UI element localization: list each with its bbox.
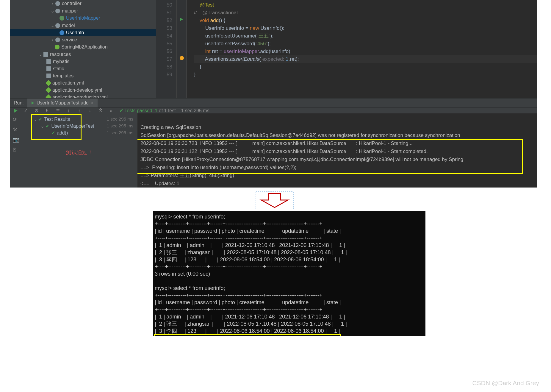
highlighted-row: | 5 | 王五 | 456 | | 2022-08-06 19:26:31 |… — [155, 335, 340, 336]
tree-appyml[interactable]: application.yml — [52, 80, 84, 86]
console-output[interactable]: Creating a new SqlSession SqlSession [or… — [137, 113, 537, 188]
down-icon[interactable]: ↓ — [87, 108, 93, 113]
refresh-icon[interactable]: ⟳ — [13, 116, 19, 122]
project-tree[interactable]: ›controller ⌄mapper UserInfoMapper ⌄mode… — [10, 0, 156, 98]
gutter-icons — [177, 0, 187, 98]
tree-appprod[interactable]: application-production.yml — [52, 95, 108, 98]
run-toolbar: ✓ ⊘ ₤ ≣ ↕ ↑ ↓ ⏱ » ✔ Tests passed: 1 of 1… — [10, 107, 537, 113]
tree-userinfomapper[interactable]: UserInfoMapper — [66, 15, 100, 21]
cam-icon[interactable]: 📷 — [13, 137, 19, 143]
tree-icon[interactable]: ≣ — [55, 108, 60, 113]
run-tab[interactable]: UserInfoMapperTest.add× — [27, 99, 98, 107]
tree-resources[interactable]: resources — [50, 52, 71, 57]
more-icon[interactable]: » — [109, 108, 114, 113]
up-icon[interactable]: ↑ — [76, 108, 82, 113]
exit-icon[interactable]: ⎘ — [13, 147, 19, 153]
line-gutter: 50515253545556575859 — [156, 0, 177, 98]
tree-mapper[interactable]: mapper — [62, 8, 78, 14]
play-icon — [32, 101, 34, 104]
close-icon[interactable]: × — [91, 101, 93, 105]
bulb-icon[interactable] — [180, 56, 184, 60]
rerun-icon[interactable] — [14, 109, 18, 113]
code-body[interactable]: @Test // @Transactional void add() { Use… — [187, 0, 537, 98]
code-editor[interactable]: 50515253545556575859 @Test // @Transacti… — [156, 0, 537, 98]
test-results-tree[interactable]: ⌄ ✔Test Results1 sec 295 ms ⌄ ✔UserInfoM… — [21, 113, 137, 188]
ide-window: ›controller ⌄mapper UserInfoMapper ⌄mode… — [10, 0, 537, 188]
run-leftbar: ⟳ ⚒ 📷 ⎘ — [10, 113, 21, 188]
run-panel: Run: UserInfoMapperTest.add× ✓ ⊘ ₤ ≣ ↕ ↑… — [10, 98, 537, 188]
tree-model[interactable]: model — [62, 23, 75, 28]
build-icon[interactable]: ⚒ — [13, 126, 19, 132]
run-label: Run: — [10, 100, 27, 106]
fail-icon[interactable]: ⊘ — [34, 108, 39, 113]
tree-appdev[interactable]: application-develop.yml — [52, 88, 102, 93]
tree-mybatis[interactable]: mybatis — [53, 59, 69, 64]
check-icon[interactable]: ✓ — [23, 108, 28, 113]
mysql-terminal: mysql> select * from userinfo; +----+---… — [153, 211, 425, 336]
clock-icon[interactable]: ⏱ — [98, 108, 103, 113]
sort-icon[interactable]: ₤ — [44, 108, 50, 113]
tree-service[interactable]: service — [62, 37, 77, 43]
tree-controller[interactable]: controller — [62, 1, 82, 6]
tree-static[interactable]: static — [53, 66, 64, 71]
expand-icon[interactable]: ↕ — [66, 108, 71, 113]
tree-springapp[interactable]: SpringMb2Application — [61, 44, 108, 50]
tree-userinfo[interactable]: UserInfo — [66, 30, 84, 35]
watermark: CSDN @Dark And Grey — [472, 379, 539, 387]
down-arrow — [255, 191, 294, 210]
run-icon[interactable] — [180, 18, 183, 21]
tree-templates[interactable]: templates — [53, 73, 73, 79]
test-pass-caption: 测试通过！ — [21, 149, 137, 156]
